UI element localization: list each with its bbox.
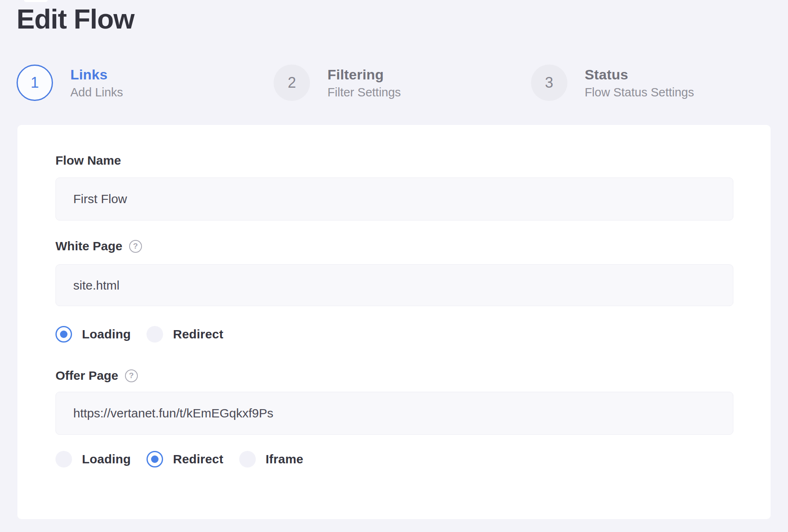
white-page-label: White Page ? [55,239,142,254]
radio-option-label: Iframe [266,452,303,466]
radio-unselected-icon[interactable] [239,451,256,467]
step-title: Status [585,67,694,82]
radio-option-label: Redirect [173,452,223,466]
edit-flow-card: Flow Name White Page ? Loading Redirect … [17,125,771,519]
step-subtitle: Filter Settings [327,86,401,99]
wizard-stepper: 1 Links Add Links 2 Filtering Filter Set… [17,65,788,101]
step-number-circle: 3 [531,65,567,101]
offer-page-label: Offer Page ? [55,368,138,383]
radio-unselected-icon[interactable] [147,326,163,343]
flow-name-label: Flow Name [55,153,121,168]
radio-option-loading[interactable]: Loading [55,451,131,467]
question-mark-circle-icon[interactable]: ? [129,240,142,253]
radio-dot [151,455,159,463]
offer-page-label-text: Offer Page [55,368,118,383]
radio-option-redirect[interactable]: Redirect [147,326,223,343]
question-mark-circle-icon[interactable]: ? [125,369,138,382]
radio-option-label: Redirect [173,327,223,341]
page-title: Edit Flow [17,3,134,35]
step-links[interactable]: 1 Links Add Links [17,65,274,101]
step-title: Filtering [327,67,401,82]
radio-selected-icon[interactable] [55,326,72,343]
top-cutoff-element [24,0,48,2]
step-number-circle: 2 [274,65,310,101]
step-filtering[interactable]: 2 Filtering Filter Settings [274,65,531,101]
radio-option-loading[interactable]: Loading [55,326,131,343]
step-title: Links [70,67,123,82]
radio-selected-icon[interactable] [147,451,163,467]
radio-option-redirect[interactable]: Redirect [147,451,223,467]
radio-option-iframe[interactable]: Iframe [239,451,303,467]
offer-page-input[interactable] [55,392,733,435]
step-subtitle: Flow Status Settings [585,86,694,99]
radio-option-label: Loading [82,327,131,341]
flow-name-input[interactable] [55,177,733,220]
offer-page-mode-radios: Loading Redirect Iframe [55,451,303,467]
step-status[interactable]: 3 Status Flow Status Settings [531,65,788,101]
step-text: Links Add Links [70,67,123,99]
white-page-label-text: White Page [55,239,123,254]
step-text: Status Flow Status Settings [585,67,694,99]
radio-unselected-icon[interactable] [55,451,72,467]
step-number-circle: 1 [17,65,53,101]
flow-name-label-text: Flow Name [55,153,121,168]
radio-option-label: Loading [82,452,131,466]
white-page-input[interactable] [55,264,733,306]
step-text: Filtering Filter Settings [327,67,401,99]
white-page-mode-radios: Loading Redirect [55,326,223,343]
radio-dot [60,331,67,338]
step-subtitle: Add Links [70,86,123,99]
